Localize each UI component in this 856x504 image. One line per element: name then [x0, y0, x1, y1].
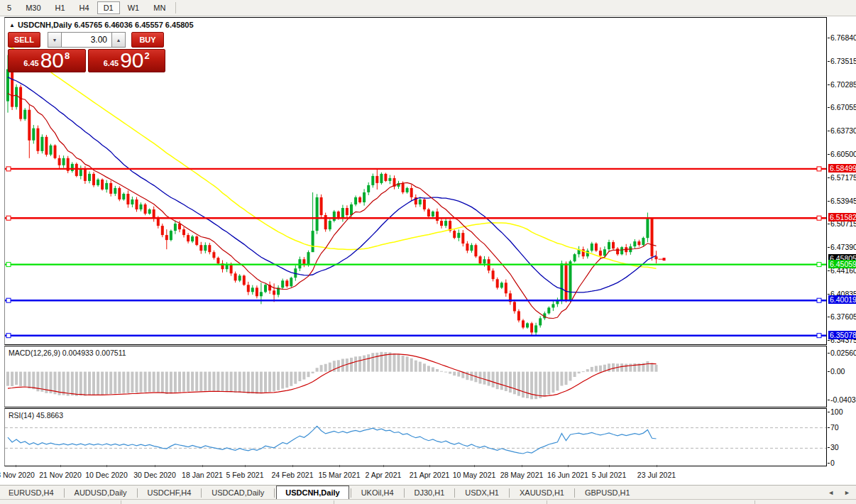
statusbar-divider: [547, 500, 547, 504]
price-tick-label: 6.47390: [830, 243, 856, 251]
macd-tick-label: 0.00: [830, 367, 845, 376]
sell-price-handle: 6.45: [23, 59, 38, 67]
support-price-label: 6.35078: [828, 331, 856, 339]
chart-tab-usdcnh[interactable]: USDCNH,Daily: [276, 486, 349, 500]
rsi-label: RSI(14) 45.8663: [9, 411, 63, 420]
tab-scroll-right-icon[interactable]: ►: [844, 489, 850, 496]
volume-decrease-button[interactable]: ▼: [48, 32, 62, 48]
chart-tab-xauusd[interactable]: XAUUSD,H1: [511, 486, 573, 500]
price-tick-label: 6.73515: [830, 57, 856, 65]
chart-tab-bar: EURUSD,H4AUDUSD,DailyUSDCHF,H4USDCAD,Dai…: [0, 485, 856, 500]
time-tick-mark: [474, 465, 475, 467]
chart-tab-usdchf[interactable]: USDCHF,H4: [139, 486, 200, 500]
pivot-price-label: 6.45059: [828, 260, 856, 268]
tab-separator: [454, 488, 455, 498]
tab-separator: [274, 488, 275, 498]
mt4-terminal-window: 5M30H1H4D1W1MN ▲USDCNH,Daily 6.45765 6.4…: [0, 0, 856, 504]
statusbar-divider: [121, 500, 121, 504]
sell-button[interactable]: SELL: [8, 32, 40, 48]
price-tick-label: 6.60500: [830, 150, 856, 158]
buy-price-main: 90: [120, 50, 143, 71]
ohlc-values: 6.45765 6.46036 6.45557 6.45805: [74, 21, 193, 29]
timeframe-button-h1[interactable]: H1: [49, 1, 72, 14]
buy-price-display[interactable]: 6.45902: [88, 49, 166, 72]
price-tick-label: 6.63730: [830, 126, 856, 135]
macd-indicator-panel[interactable]: MACD(12,26,9) 0.004933 0.007511: [4, 346, 827, 407]
resistance-price-label: 6.51582: [828, 213, 856, 221]
macd-chart[interactable]: [5, 346, 826, 407]
price-axis[interactable]: 6.768406.735156.702856.670556.637306.605…: [828, 0, 856, 485]
rsi-tick-label: 0: [830, 459, 835, 467]
one-click-trading-widget: SELL ▼ ▲ BUY 6.45808 6.45902: [8, 32, 165, 72]
chart-tab-ukoil[interactable]: UKOil,H4: [353, 486, 402, 500]
support-price-label: 6.40019: [828, 295, 856, 304]
price-tick-label: 6.67055: [830, 103, 856, 111]
chart-tab-audusd[interactable]: AUDUSD,Daily: [66, 486, 136, 500]
chart-tab-eurusd[interactable]: EURUSD,H4: [0, 486, 62, 500]
tab-separator: [137, 488, 138, 498]
tab-separator: [351, 488, 351, 498]
statusbar-divider: [755, 500, 755, 504]
price-tick-label: 6.53945: [830, 197, 856, 205]
resistance-price-label: 6.58499: [828, 164, 856, 172]
time-tick-mark: [292, 465, 293, 467]
time-tick-mark: [106, 465, 107, 467]
chart-tab-usdcad[interactable]: USDCAD,Daily: [203, 486, 273, 500]
buy-price-handle: 6.45: [104, 59, 119, 67]
macd-label: MACD(12,26,9) 0.004933 0.007511: [9, 349, 126, 357]
macd-tick-label: 0.025609: [830, 349, 856, 357]
tab-separator: [201, 488, 202, 498]
time-tick-mark: [245, 465, 246, 467]
timeframe-button-m30[interactable]: M30: [19, 1, 47, 14]
rsi-indicator-panel[interactable]: RSI(14) 45.8663: [4, 408, 827, 466]
rsi-tick-label: 30: [830, 443, 839, 451]
volume-increase-button[interactable]: ▲: [111, 32, 126, 48]
statusbar-divider: [334, 500, 334, 504]
sell-price-display[interactable]: 6.45808: [8, 49, 86, 72]
buy-price-pip: 2: [145, 50, 150, 61]
rsi-tick-label: 70: [830, 423, 839, 432]
volume-input[interactable]: [62, 32, 111, 48]
price-tick-label: 6.76840: [830, 33, 856, 42]
buy-button[interactable]: BUY: [131, 32, 164, 48]
symbol-period-label: USDCNH,Daily: [18, 21, 72, 29]
timeframe-toolbar: 5M30H1H4D1W1MN: [0, 0, 856, 16]
chart-title: ▲USDCNH,Daily 6.45765 6.46036 6.45557 6.…: [9, 21, 194, 29]
time-tick-mark: [609, 465, 610, 467]
timeframe-button-5[interactable]: 5: [1, 1, 18, 14]
time-axis[interactable]: 3 Nov 202021 Nov 202010 Dec 202030 Dec 2…: [4, 465, 825, 485]
rsi-tick-label: 100: [830, 407, 843, 416]
time-tick-mark: [657, 465, 657, 467]
price-tick-label: 6.37605: [830, 312, 856, 321]
chart-tab-dj30[interactable]: DJ30,H1: [406, 486, 454, 500]
rsi-chart[interactable]: [5, 409, 826, 466]
time-tick-mark: [522, 465, 522, 467]
time-tick-mark: [339, 465, 340, 467]
chart-tab-gbpusd[interactable]: GBPUSD,H1: [576, 486, 639, 500]
price-tick-label: 6.57175: [830, 173, 856, 182]
toolbar-separator: [175, 2, 176, 13]
tab-separator: [574, 488, 575, 498]
volume-spinner: ▼ ▲: [48, 32, 126, 48]
time-tick-mark: [383, 465, 384, 467]
sell-price-pip: 8: [65, 50, 70, 61]
time-tick-mark: [16, 465, 16, 467]
time-tick-mark: [568, 465, 569, 467]
tab-separator: [64, 488, 65, 498]
timeframe-button-d1[interactable]: D1: [97, 1, 120, 14]
tab-separator: [509, 488, 510, 498]
timeframe-button-h4[interactable]: H4: [73, 1, 96, 14]
macd-tick-label: -0.040385: [830, 395, 856, 404]
tab-separator: [404, 488, 405, 498]
sell-price-main: 80: [40, 50, 64, 71]
status-bar: [0, 499, 856, 504]
tab-scroll-left-icon[interactable]: ◄: [828, 489, 834, 496]
collapse-indicator-icon[interactable]: ▲: [9, 22, 15, 28]
timeframe-button-w1[interactable]: W1: [121, 1, 146, 14]
time-tick-mark: [60, 465, 61, 467]
time-tick-mark: [155, 465, 155, 467]
chart-tab-usdx[interactable]: USDX,H1: [456, 486, 507, 500]
timeframe-button-mn[interactable]: MN: [147, 1, 172, 14]
time-tick-mark: [429, 465, 430, 467]
price-chart-panel[interactable]: ▲USDCNH,Daily 6.45765 6.46036 6.45557 6.…: [4, 17, 827, 345]
